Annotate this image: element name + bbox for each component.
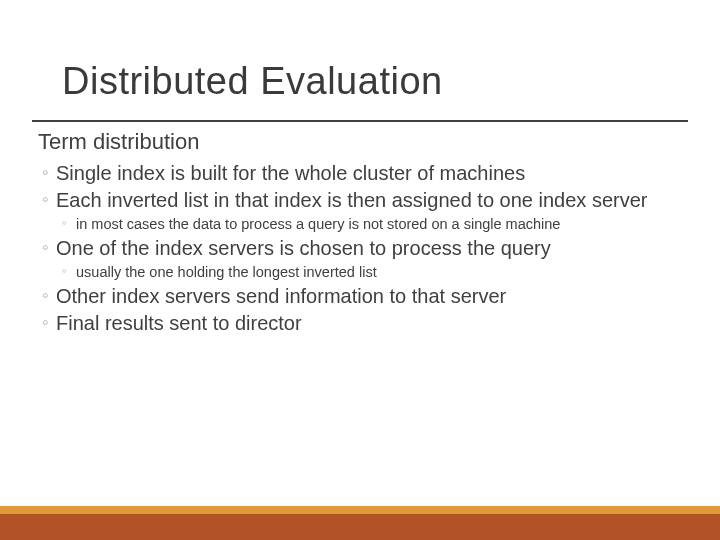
bullet-subitem: in most cases the data to process a quer… — [38, 215, 688, 234]
bullet-item: Final results sent to director — [38, 311, 688, 336]
bullet-item: One of the index servers is chosen to pr… — [38, 236, 688, 261]
bullet-subitem: usually the one holding the longest inve… — [38, 263, 688, 282]
bullet-item: Each inverted list in that index is then… — [38, 188, 688, 213]
title-underline — [32, 120, 688, 122]
footer-bar — [0, 506, 720, 540]
footer-accent-top — [0, 506, 720, 514]
section-heading: Term distribution — [38, 129, 688, 155]
bullet-item: Single index is built for the whole clus… — [38, 161, 688, 186]
slide-content: Term distribution Single index is built … — [0, 111, 720, 336]
slide-title: Distributed Evaluation — [0, 0, 720, 111]
bullet-item: Other index servers send information to … — [38, 284, 688, 309]
footer-accent-bottom — [0, 514, 720, 540]
slide: Distributed Evaluation Term distribution… — [0, 0, 720, 540]
